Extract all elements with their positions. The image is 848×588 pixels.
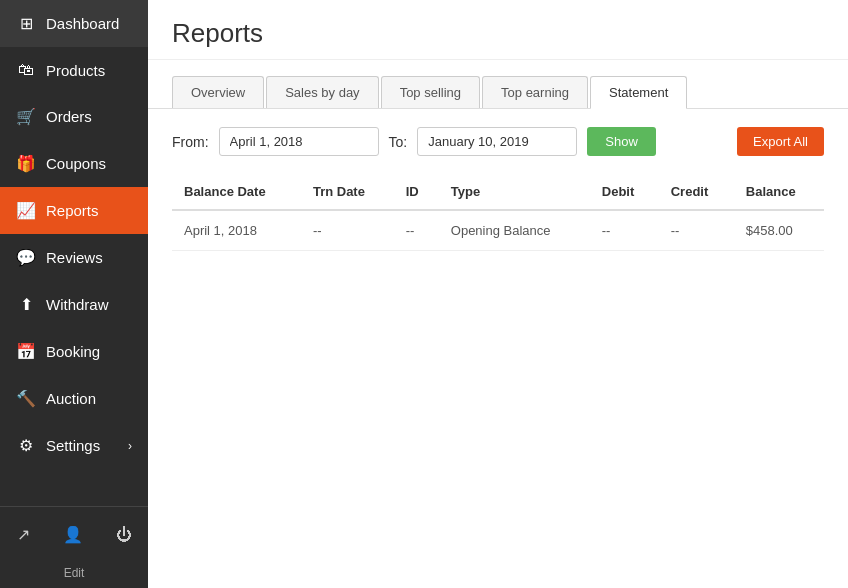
col-header-debit: Debit <box>590 174 659 210</box>
cell-id: -- <box>394 210 439 251</box>
sidebar-item-settings[interactable]: ⚙ Settings › <box>0 422 148 469</box>
tab-overview[interactable]: Overview <box>172 76 264 108</box>
sidebar-item-products[interactable]: 🛍 Products <box>0 47 148 93</box>
sidebar-item-label-reviews: Reviews <box>46 249 103 266</box>
sidebar-item-label-orders: Orders <box>46 108 92 125</box>
cell-debit: -- <box>590 210 659 251</box>
sidebar-item-orders[interactable]: 🛒 Orders <box>0 93 148 140</box>
booking-icon: 📅 <box>16 342 36 361</box>
sidebar-item-label-coupons: Coupons <box>46 155 106 172</box>
reviews-icon: 💬 <box>16 248 36 267</box>
col-header-balance: Balance <box>734 174 824 210</box>
col-header-id: ID <box>394 174 439 210</box>
cell-balance-date: April 1, 2018 <box>172 210 301 251</box>
sidebar-item-label-dashboard: Dashboard <box>46 15 119 32</box>
cell-balance: $458.00 <box>734 210 824 251</box>
sidebar-item-dashboard[interactable]: ⊞ Dashboard <box>0 0 148 47</box>
sidebar-item-label-reports: Reports <box>46 202 99 219</box>
export-all-button[interactable]: Export All <box>737 127 824 156</box>
orders-icon: 🛒 <box>16 107 36 126</box>
sidebar-item-reports[interactable]: 📈 Reports <box>0 187 148 234</box>
chevron-icon: › <box>128 439 132 453</box>
power-icon[interactable]: ⏻ <box>106 520 142 550</box>
show-button[interactable]: Show <box>587 127 656 156</box>
tab-top-earning[interactable]: Top earning <box>482 76 588 108</box>
cell-trn-date: -- <box>301 210 394 251</box>
col-header-trn-date: Trn Date <box>301 174 394 210</box>
products-icon: 🛍 <box>16 61 36 79</box>
col-header-balance-date: Balance Date <box>172 174 301 210</box>
cell-credit: -- <box>659 210 734 251</box>
sidebar-item-reviews[interactable]: 💬 Reviews <box>0 234 148 281</box>
sidebar-bottom: ↗ 👤 ⏻ <box>0 506 148 562</box>
main-content: Reports OverviewSales by dayTop sellingT… <box>148 0 848 588</box>
sidebar-item-label-settings: Settings <box>46 437 100 454</box>
to-date-input[interactable] <box>417 127 577 156</box>
sidebar: ⊞ Dashboard 🛍 Products 🛒 Orders 🎁 Coupon… <box>0 0 148 588</box>
report-table-container: Balance DateTrn DateIDTypeDebitCreditBal… <box>148 174 848 251</box>
coupons-icon: 🎁 <box>16 154 36 173</box>
filters-bar: From: To: Show Export All <box>148 109 848 174</box>
report-table: Balance DateTrn DateIDTypeDebitCreditBal… <box>172 174 824 251</box>
cell-type: Opening Balance <box>439 210 590 251</box>
sidebar-item-label-booking: Booking <box>46 343 100 360</box>
page-header: Reports <box>148 0 848 60</box>
external-link-icon[interactable]: ↗ <box>7 519 40 550</box>
settings-icon: ⚙ <box>16 436 36 455</box>
dashboard-icon: ⊞ <box>16 14 36 33</box>
withdraw-icon: ⬆ <box>16 295 36 314</box>
table-row: April 1, 2018----Opening Balance----$458… <box>172 210 824 251</box>
sidebar-item-withdraw[interactable]: ⬆ Withdraw <box>0 281 148 328</box>
tab-statement[interactable]: Statement <box>590 76 687 109</box>
sidebar-item-label-auction: Auction <box>46 390 96 407</box>
tab-top-selling[interactable]: Top selling <box>381 76 480 108</box>
auction-icon: 🔨 <box>16 389 36 408</box>
sidebar-item-booking[interactable]: 📅 Booking <box>0 328 148 375</box>
tabs-container: OverviewSales by dayTop sellingTop earni… <box>148 60 848 109</box>
page-title: Reports <box>172 18 824 49</box>
from-date-input[interactable] <box>219 127 379 156</box>
sidebar-item-label-products: Products <box>46 62 105 79</box>
user-icon[interactable]: 👤 <box>53 519 93 550</box>
reports-icon: 📈 <box>16 201 36 220</box>
edit-label: Edit <box>0 562 148 588</box>
sidebar-item-coupons[interactable]: 🎁 Coupons <box>0 140 148 187</box>
from-label: From: <box>172 134 209 150</box>
to-label: To: <box>389 134 408 150</box>
sidebar-item-auction[interactable]: 🔨 Auction <box>0 375 148 422</box>
col-header-type: Type <box>439 174 590 210</box>
sidebar-item-label-withdraw: Withdraw <box>46 296 109 313</box>
col-header-credit: Credit <box>659 174 734 210</box>
tab-sales-by-day[interactable]: Sales by day <box>266 76 378 108</box>
